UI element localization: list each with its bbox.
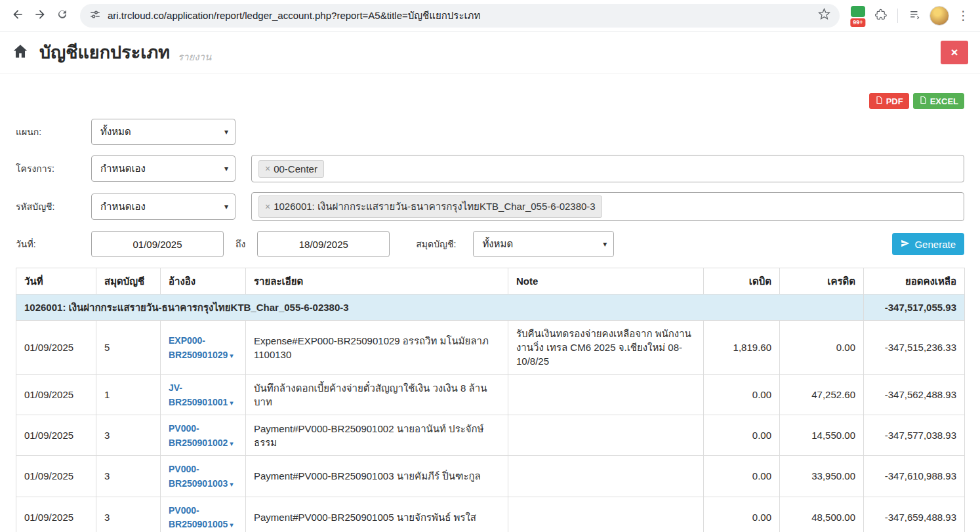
back-icon (11, 8, 24, 23)
department-label: แผนก: (16, 125, 91, 139)
header-description: รายละเอียด (246, 268, 508, 295)
project-tag: × 00-Center (258, 160, 324, 178)
adblock-extension-button[interactable]: 99+ (847, 4, 868, 28)
cell-balance: -347,562,488.93 (864, 375, 965, 415)
cell-credit: 33,950.00 (780, 456, 864, 497)
cell-note (508, 415, 704, 456)
reference-link[interactable]: PV000-BR250901002 (169, 423, 228, 448)
cell-description: Payment#PV000-BR250901003 นายคัมภีร์ ปิ่… (246, 456, 508, 497)
close-icon: × (950, 45, 958, 59)
project-select[interactable]: กำหนดเอง (91, 155, 235, 182)
browser-menu-button[interactable]: ⋮ (953, 8, 973, 23)
excel-button[interactable]: EXCEL (913, 93, 964, 109)
cell-debit: 0.00 (704, 456, 780, 497)
filter-row-project: โครงการ: กำหนดเอง × 00-Center (16, 155, 964, 182)
remove-tag-icon[interactable]: × (265, 201, 270, 212)
remove-tag-icon[interactable]: × (265, 163, 270, 174)
close-button[interactable]: × (941, 41, 968, 64)
header-reference: อ้างอิง (161, 268, 246, 295)
home-icon (12, 43, 29, 62)
cell-book: 3 (96, 456, 161, 497)
table-row: 01/09/2025 1 JV-BR250901001▾ บันทึกล้างด… (16, 375, 965, 415)
cell-credit: 47,252.60 (780, 375, 864, 415)
extension-count-badge: 99+ (850, 18, 865, 27)
bookmark-star-icon[interactable] (818, 8, 830, 23)
chevron-down-icon[interactable]: ▾ (230, 480, 234, 488)
chevron-down-icon[interactable]: ▾ (230, 521, 234, 529)
chevron-down-icon[interactable]: ▾ (230, 399, 234, 407)
cell-note (508, 375, 704, 415)
date-from-input[interactable] (91, 231, 224, 257)
generate-button[interactable]: Generate (892, 233, 964, 255)
header-date: วันที่ (16, 268, 96, 295)
reading-list-button[interactable] (903, 5, 926, 27)
chevron-down-icon[interactable]: ▾ (230, 440, 234, 447)
adblock-icon (851, 6, 865, 17)
cell-note: รับคืนเงินทดรองจ่ายคงเหลือจาก พนักงานงาน… (508, 321, 704, 375)
department-select[interactable]: ทั้งหมด (91, 119, 235, 145)
cell-credit: 0.00 (780, 321, 864, 375)
cell-description: Expense#EXP000-BR250901029 อรรถวิท มโนมั… (246, 321, 508, 375)
send-icon (901, 239, 910, 250)
url-text: ari.trcloud.co/application/report/ledger… (108, 8, 811, 24)
header-balance: ยอดคงเหลือ (864, 268, 965, 295)
page-header: บัญชีแยกประเภท รายงาน × (0, 31, 980, 73)
cell-book: 1 (96, 375, 161, 415)
puzzle-icon (875, 9, 888, 23)
account-label: รหัสบัญชี: (16, 199, 91, 214)
cell-description: Payment#PV000-BR250901005 นายจักรพันธ์ พ… (246, 497, 508, 532)
cell-balance: -347,610,988.93 (864, 456, 965, 497)
pdf-button[interactable]: PDF (869, 93, 909, 109)
group-balance: -347,517,055.93 (864, 295, 965, 321)
account-tag: × 1026001: เงินฝากกระแสรายวัน-ธนาคารกรุง… (258, 195, 602, 218)
address-bar[interactable]: ari.trcloud.co/application/report/ledger… (80, 4, 840, 28)
cell-book: 3 (96, 415, 161, 456)
cell-date: 01/09/2025 (16, 456, 96, 497)
page-title: บัญชีแยกประเภท (39, 38, 170, 66)
ledger-body: 1026001: เงินฝากกระแสรายวัน-ธนาคารกรุงไท… (16, 295, 965, 532)
cell-book: 5 (96, 321, 161, 375)
back-button[interactable] (7, 5, 29, 27)
project-tag-input[interactable]: × 00-Center (251, 155, 964, 182)
account-group-row: 1026001: เงินฝากกระแสรายวัน-ธนาคารกรุงไท… (16, 295, 965, 321)
profile-avatar[interactable] (929, 6, 949, 26)
cell-note (508, 456, 704, 497)
account-select[interactable]: กำหนดเอง (91, 194, 235, 220)
reference-link[interactable]: EXP000-BR250901029 (169, 335, 228, 360)
cell-balance: -347,515,236.33 (864, 321, 965, 375)
cell-reference: EXP000-BR250901029▾ (161, 321, 246, 375)
cell-book: 3 (96, 497, 161, 532)
home-button[interactable] (12, 43, 29, 62)
account-tag-input[interactable]: × 1026001: เงินฝากกระแสรายวัน-ธนาคารกรุง… (251, 192, 964, 221)
site-settings-icon[interactable] (89, 9, 101, 23)
reference-link[interactable]: JV-BR250901001 (169, 382, 228, 407)
forward-button[interactable] (29, 5, 51, 27)
date-to-label: ถึง (235, 237, 245, 251)
cell-date: 01/09/2025 (16, 497, 96, 532)
cell-credit: 14,550.00 (780, 415, 864, 456)
cell-credit: 48,500.00 (780, 497, 864, 532)
extensions-button[interactable] (870, 5, 892, 27)
cell-debit: 0.00 (704, 375, 780, 415)
header-book: สมุดบัญชี (96, 268, 161, 295)
date-label: วันที่: (16, 237, 91, 251)
book-select[interactable]: ทั้งหมด (473, 231, 614, 257)
book-label: สมุดบัญชี: (416, 237, 456, 251)
table-row: 01/09/2025 3 PV000-BR250901005▾ Payment#… (16, 497, 965, 532)
date-to-input[interactable] (257, 231, 390, 257)
reference-link[interactable]: PV000-BR250901003 (169, 464, 228, 489)
cell-balance: -347,577,038.93 (864, 415, 965, 456)
header-debit: เดบิต (704, 268, 780, 295)
reload-button[interactable] (51, 5, 73, 27)
cell-debit: 0.00 (704, 497, 780, 532)
reading-list-icon (909, 9, 921, 23)
cell-date: 01/09/2025 (16, 415, 96, 456)
cell-debit: 0.00 (704, 415, 780, 456)
cell-date: 01/09/2025 (16, 321, 96, 375)
cell-reference: PV000-BR250901005▾ (161, 497, 246, 532)
ledger-table: วันที่ สมุดบัญชี อ้างอิง รายละเอียด Note… (16, 268, 965, 532)
pdf-icon (875, 96, 883, 106)
reference-link[interactable]: PV000-BR250901005 (169, 505, 228, 530)
cell-debit: 1,819.60 (704, 321, 780, 375)
chevron-down-icon[interactable]: ▾ (230, 352, 234, 359)
